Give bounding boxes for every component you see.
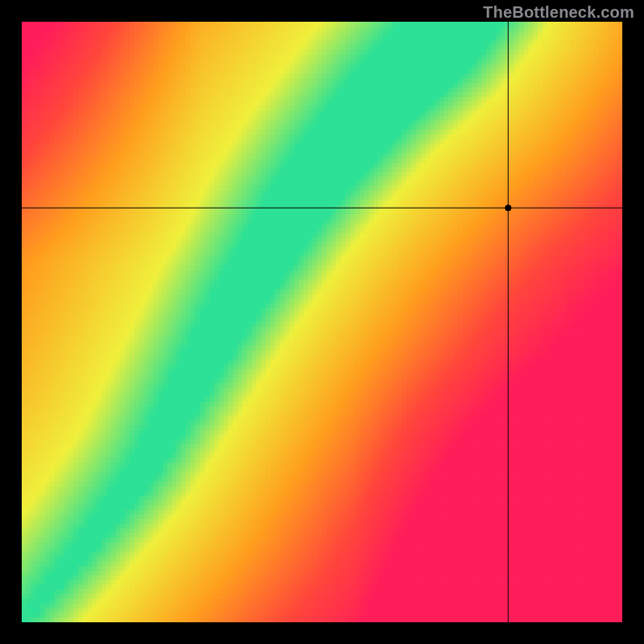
watermark-label: TheBottleneck.com [483,3,634,22]
chart-container: TheBottleneck.com [0,0,644,644]
bottleneck-heatmap [22,22,622,622]
